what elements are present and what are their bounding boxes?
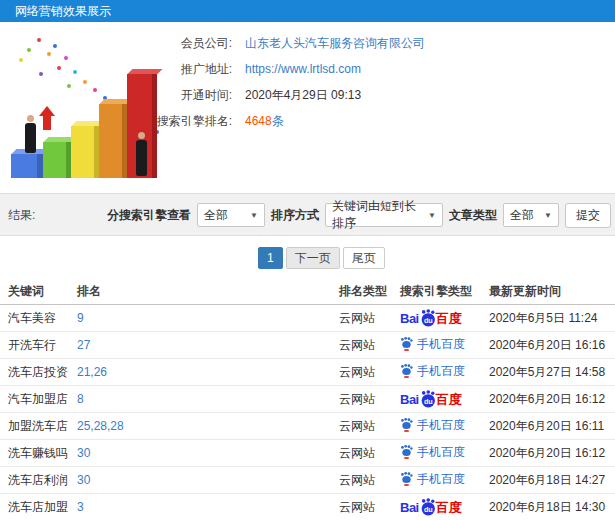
mobile-baidu-paw-icon <box>400 444 413 459</box>
rank-cell: 8 <box>77 386 339 413</box>
promo-url-row: 推广地址: https://www.lrtlsd.com <box>0 56 615 82</box>
table-row: 开洗车行 27 云网站 手机百度 2020年6月20日 16:16 <box>0 332 615 359</box>
mobile-baidu-paw-icon <box>400 471 413 486</box>
promo-url-link[interactable]: https://www.lrtlsd.com <box>245 62 361 76</box>
rank-link[interactable]: 9 <box>77 311 84 325</box>
svg-text:du: du <box>424 316 433 325</box>
updated-cell: 2020年6月18日 14:27 <box>489 467 615 494</box>
businessman-right <box>135 132 148 177</box>
rank-link[interactable]: 3 <box>77 500 84 514</box>
chevron-down-icon: ▼ <box>428 211 436 220</box>
baidu-pc-logo: Bai du 百度 <box>400 498 462 516</box>
mobile-baidu-label: 手机百度 <box>417 365 465 377</box>
next-page-button[interactable]: 下一页 <box>286 247 340 269</box>
engine-rank-value: 4648条 <box>245 113 284 130</box>
col-rank: 排名 <box>77 278 339 305</box>
baidu-mobile-logo: 手机百度 <box>400 471 465 486</box>
mobile-baidu-paw-icon <box>400 417 413 432</box>
open-time-row: 开通时间: 2020年4月29日 09:13 <box>0 82 615 108</box>
table-row: 汽车美容 9 云网站 Bai du 百度 2020年6月5日 11:24 <box>0 305 615 332</box>
page-title: 网络营销效果展示 <box>15 4 111 18</box>
mobile-baidu-paw-icon <box>400 336 413 351</box>
keyword-cell: 加盟洗车店 <box>0 413 77 440</box>
svg-text:du: du <box>424 505 433 514</box>
table-row: 洗车赚钱吗 30 云网站 手机百度 2020年6月20日 16:12 <box>0 440 615 467</box>
baidu-mobile-logo: 手机百度 <box>400 336 465 351</box>
keyword-cell: 洗车店利润 <box>0 467 77 494</box>
engine-rank-row: 搜索引擎排名: 4648条 <box>0 108 615 134</box>
last-page-button[interactable]: 尾页 <box>343 247 385 269</box>
rank-cell: 30 <box>77 440 339 467</box>
company-label: 会员公司: <box>0 35 232 52</box>
rank-link[interactable]: 25,28,28 <box>77 419 124 433</box>
baidu-pc-logo: Bai du 百度 <box>400 309 462 327</box>
submit-button[interactable]: 提交 <box>565 203 611 228</box>
rank-link[interactable]: 30 <box>77 473 90 487</box>
engine-cell: Bai du 百度 <box>400 305 489 332</box>
mobile-baidu-label: 手机百度 <box>417 473 465 485</box>
mobile-baidu-label: 手机百度 <box>417 338 465 350</box>
chevron-down-icon: ▼ <box>250 211 258 220</box>
sort-filter-select[interactable]: 关键词由短到长排序 ▼ <box>325 203 443 227</box>
baidu-logo-text-bai: Bai <box>400 501 419 514</box>
engine-filter-value: 全部 <box>204 207 228 224</box>
company-link[interactable]: 山东老人头汽车服务咨询有限公司 <box>245 35 425 52</box>
keyword-cell: 洗车店加盟 <box>0 494 77 520</box>
filter-bar: 结果: 分搜索引擎查看 全部 ▼ 排序方式 关键词由短到长排序 ▼ 文章类型 全… <box>0 193 615 236</box>
engine-cell: 手机百度 <box>400 440 489 467</box>
engine-cell: 手机百度 <box>400 332 489 359</box>
engine-cell: Bai du 百度 <box>400 386 489 413</box>
rank-cell: 9 <box>77 305 339 332</box>
baidu-mobile-logo: 手机百度 <box>400 444 465 459</box>
baidu-paw-icon: du <box>419 309 437 327</box>
article-type-select[interactable]: 全部 ▼ <box>503 203 559 227</box>
result-label: 结果: <box>8 194 35 236</box>
results-table: 关键词 排名 排名类型 搜索引擎类型 最新更新时间 汽车美容 9 云网站 Bai… <box>0 278 615 520</box>
baidu-logo-text-bai: Bai <box>400 393 419 406</box>
promo-url-label: 推广地址: <box>0 61 232 78</box>
sort-filter-value: 关键词由短到长排序 <box>332 198 423 232</box>
table-row: 洗车店投资 21,26 云网站 手机百度 2020年5月27日 14:58 <box>0 359 615 386</box>
mobile-baidu-label: 手机百度 <box>417 419 465 431</box>
updated-cell: 2020年6月20日 16:11 <box>489 413 615 440</box>
engine-filter-label: 分搜索引擎查看 <box>107 207 191 224</box>
updated-cell: 2020年6月18日 14:30 <box>489 494 615 520</box>
rank-link[interactable]: 21,26 <box>77 365 107 379</box>
page-1-button[interactable]: 1 <box>258 247 283 269</box>
updated-cell: 2020年6月20日 16:16 <box>489 332 615 359</box>
rank-link[interactable]: 8 <box>77 392 84 406</box>
col-keyword: 关键词 <box>0 278 77 305</box>
bar-blue <box>11 154 43 178</box>
open-time-label: 开通时间: <box>0 87 232 104</box>
sort-filter-label: 排序方式 <box>271 207 319 224</box>
rank-type-cell: 云网站 <box>339 332 400 359</box>
rank-type-cell: 云网站 <box>339 494 400 520</box>
col-rank-type: 排名类型 <box>339 278 400 305</box>
keyword-cell: 汽车美容 <box>0 305 77 332</box>
page-title-bar: 网络营销效果展示 <box>0 0 615 22</box>
results-tbody: 汽车美容 9 云网站 Bai du 百度 2020年6月5日 11:24 开洗车… <box>0 305 615 520</box>
baidu-logo-text-cn: 百度 <box>436 312 462 325</box>
rank-count: 4648 <box>245 114 272 128</box>
baidu-logo-text-bai: Bai <box>400 312 419 325</box>
rank-cell: 27 <box>77 332 339 359</box>
engine-filter-select[interactable]: 全部 ▼ <box>197 203 265 227</box>
rank-link[interactable]: 27 <box>77 338 90 352</box>
baidu-mobile-logo: 手机百度 <box>400 417 465 432</box>
keyword-cell: 洗车店投资 <box>0 359 77 386</box>
table-row: 加盟洗车店 25,28,28 云网站 手机百度 2020年6月20日 16:11 <box>0 413 615 440</box>
rank-unit: 条 <box>272 114 284 128</box>
rank-cell: 3 <box>77 494 339 520</box>
rank-cell: 21,26 <box>77 359 339 386</box>
chevron-down-icon: ▼ <box>544 211 552 220</box>
article-type-label: 文章类型 <box>449 207 497 224</box>
keyword-cell: 开洗车行 <box>0 332 77 359</box>
rank-type-cell: 云网站 <box>339 440 400 467</box>
rank-type-cell: 云网站 <box>339 386 400 413</box>
baidu-logo-text-cn: 百度 <box>436 501 462 514</box>
updated-cell: 2020年6月20日 16:12 <box>489 440 615 467</box>
rank-cell: 30 <box>77 467 339 494</box>
engine-cell: Bai du 百度 <box>400 494 489 520</box>
rank-link[interactable]: 30 <box>77 446 90 460</box>
baidu-mobile-logo: 手机百度 <box>400 363 465 378</box>
